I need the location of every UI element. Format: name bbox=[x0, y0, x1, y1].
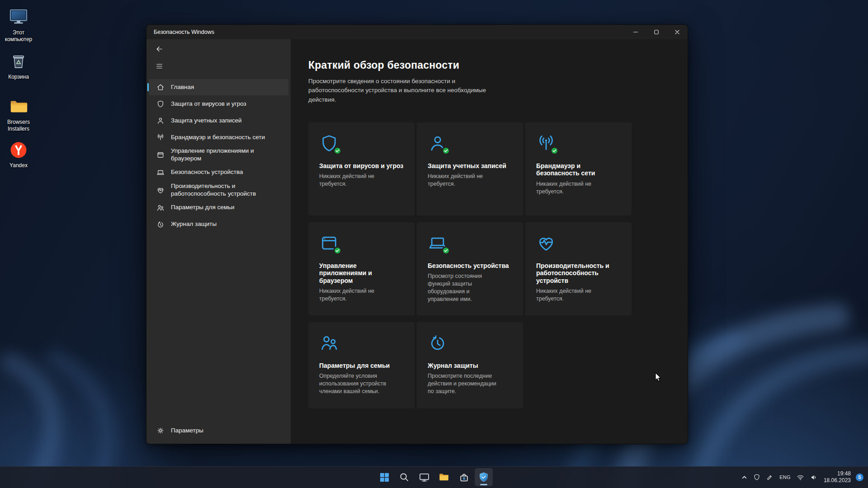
sidebar-item-label: Управление приложениями и браузером bbox=[171, 147, 275, 163]
tile-description: Просмотр состояния функций защиты оборуд… bbox=[428, 272, 501, 303]
network-waves-icon bbox=[156, 133, 165, 141]
sidebar-item-family-options[interactable]: Параметры для семьи bbox=[149, 200, 288, 216]
desktop-icon-recycle-bin[interactable]: Корзина bbox=[1, 51, 36, 80]
tile-description: Просмотрите последние действия и рекомен… bbox=[428, 372, 501, 395]
tile-description: Никаких действий не требуется. bbox=[536, 180, 609, 196]
family-icon bbox=[319, 333, 339, 353]
tile-family-options[interactable]: Параметры для семьи Определяйте условия … bbox=[308, 322, 415, 408]
tray-pen-icon[interactable] bbox=[765, 469, 774, 485]
store-button[interactable] bbox=[455, 468, 473, 486]
sidebar-item-virus-threat[interactable]: Защита от вирусов и угроз bbox=[149, 96, 288, 112]
sidebar-item-label: Защита от вирусов и угроз bbox=[171, 100, 246, 108]
gear-icon bbox=[156, 427, 165, 435]
selected-indicator bbox=[147, 83, 149, 91]
sidebar-item-label: Параметры для семьи bbox=[171, 204, 235, 211]
shield-icon bbox=[319, 133, 339, 153]
network-waves-icon bbox=[536, 133, 556, 153]
close-button[interactable] bbox=[667, 25, 688, 39]
sidebar-item-label: Журнал защиты bbox=[171, 221, 217, 228]
status-ok-badge bbox=[442, 146, 450, 155]
file-explorer-button[interactable] bbox=[435, 468, 453, 486]
window-title: Безопасность Windows bbox=[146, 29, 214, 35]
person-icon bbox=[428, 133, 448, 153]
sidebar-item-settings[interactable]: Параметры bbox=[149, 422, 288, 439]
tile-title: Производительность и работоспособность у… bbox=[536, 262, 621, 285]
tile-description: Никаких действий не требуется. bbox=[319, 287, 392, 303]
sidebar-item-device-security[interactable]: Безопасность устройства bbox=[149, 164, 288, 181]
tile-protection-history[interactable]: Журнал защиты Просмотрите последние дейс… bbox=[417, 322, 523, 408]
desktop-icon-yandex[interactable]: Yandex bbox=[1, 139, 36, 169]
tile-title: Журнал защиты bbox=[428, 362, 512, 370]
desktop-icon-label: Browsers Installers bbox=[1, 119, 36, 132]
titlebar: Безопасность Windows bbox=[146, 25, 688, 39]
taskbar-clock[interactable]: 19:48 18.06.2023 bbox=[823, 470, 852, 484]
page-title: Краткий обзор безопасности bbox=[308, 59, 688, 71]
shield-icon bbox=[156, 100, 165, 108]
sidebar-item-label: Главная bbox=[171, 84, 194, 91]
minimize-button[interactable] bbox=[625, 25, 646, 39]
recycle-bin-icon bbox=[9, 51, 28, 71]
tile-virus-threat[interactable]: Защита от вирусов и угроз Никаких действ… bbox=[308, 122, 415, 216]
history-clock-icon bbox=[428, 333, 448, 353]
wifi-icon[interactable] bbox=[796, 469, 805, 485]
taskbar-center-icons bbox=[375, 466, 493, 488]
tile-title: Защита от вирусов и угроз bbox=[319, 162, 404, 170]
sidebar-item-device-performance[interactable]: Производительность и работоспособность у… bbox=[149, 181, 288, 199]
desktop: Этот компьютер Корзина Browsers Installe… bbox=[0, 0, 868, 488]
tray-time: 19:48 bbox=[824, 470, 851, 477]
desktop-icon-browsers-installers[interactable]: Browsers Installers bbox=[1, 96, 36, 132]
sidebar-item-app-browser-control[interactable]: Управление приложениями и браузером bbox=[149, 146, 288, 164]
tile-description: Никаких действий не требуется. bbox=[428, 173, 501, 188]
desktop-icon-label: Корзина bbox=[8, 74, 29, 80]
tile-title: Параметры для семьи bbox=[319, 362, 404, 370]
sidebar-item-account-protection[interactable]: Защита учетных записей bbox=[149, 113, 288, 129]
caption-buttons bbox=[625, 25, 688, 39]
tile-app-browser-control[interactable]: Управление приложениями и браузером Ника… bbox=[308, 222, 415, 315]
tile-description: Никаких действий не требуется. bbox=[536, 287, 609, 303]
sidebar-item-home[interactable]: Главная bbox=[149, 79, 288, 95]
person-icon bbox=[156, 117, 165, 125]
notification-badge[interactable]: S bbox=[856, 474, 863, 481]
sidebar-nav: Главная Защита от вирусов и угроз Защита… bbox=[146, 79, 291, 233]
search-button[interactable] bbox=[395, 468, 413, 486]
tile-device-performance[interactable]: Производительность и работоспособность у… bbox=[525, 222, 632, 315]
windows-security-window: Безопасность Windows Главная bbox=[146, 24, 688, 444]
tray-shield-icon[interactable] bbox=[752, 469, 761, 485]
tray-date: 18.06.2023 bbox=[824, 477, 851, 484]
tile-title: Защита учетных записей bbox=[428, 162, 512, 170]
laptop-icon bbox=[428, 233, 448, 253]
tile-account-protection[interactable]: Защита учетных записей Никаких действий … bbox=[417, 122, 523, 216]
tile-description: Никаких действий не требуется. bbox=[319, 173, 392, 188]
home-icon bbox=[156, 83, 165, 91]
tile-description: Определяйте условия использования устрой… bbox=[319, 372, 392, 395]
sidebar-item-label: Производительность и работоспособность у… bbox=[171, 183, 275, 198]
heart-pulse-icon bbox=[156, 186, 165, 194]
desktop-icon-this-pc[interactable]: Этот компьютер bbox=[1, 6, 36, 43]
status-ok-badge bbox=[442, 246, 450, 255]
folder-icon bbox=[8, 96, 29, 117]
sidebar-item-firewall-network[interactable]: Брандмауэр и безопасность сети bbox=[149, 129, 288, 145]
desktop-icon-label: Этот компьютер bbox=[1, 29, 36, 43]
sidebar-item-label: Безопасность устройства bbox=[171, 169, 243, 176]
this-pc-icon bbox=[8, 6, 29, 27]
sidebar: Главная Защита от вирусов и угроз Защита… bbox=[146, 39, 291, 444]
windows-security-taskbar-button[interactable] bbox=[475, 468, 493, 486]
tile-title: Безопасность устройства bbox=[428, 262, 512, 270]
hamburger-menu-button[interactable] bbox=[150, 59, 168, 73]
tile-firewall-network[interactable]: Брандмауэр и безопасность сети Никаких д… bbox=[525, 122, 632, 216]
security-tiles-grid: Защита от вирусов и угроз Никаких действ… bbox=[308, 122, 688, 408]
back-button[interactable] bbox=[150, 42, 168, 56]
app-browser-icon bbox=[319, 233, 339, 253]
language-indicator[interactable]: ENG bbox=[778, 469, 792, 485]
sidebar-item-protection-history[interactable]: Журнал защиты bbox=[149, 216, 288, 233]
taskbar: ENG 19:48 18.06.2023 S bbox=[0, 466, 868, 488]
maximize-button[interactable] bbox=[646, 25, 667, 39]
family-icon bbox=[156, 204, 165, 212]
tray-chevron-up-button[interactable] bbox=[741, 469, 748, 485]
app-browser-icon bbox=[156, 151, 165, 159]
volume-icon[interactable] bbox=[809, 469, 819, 485]
tile-device-security[interactable]: Безопасность устройства Просмотр состоян… bbox=[417, 222, 523, 315]
start-button[interactable] bbox=[375, 468, 393, 486]
display-app-button[interactable] bbox=[415, 468, 433, 486]
tile-title: Управление приложениями и браузером bbox=[319, 262, 404, 285]
